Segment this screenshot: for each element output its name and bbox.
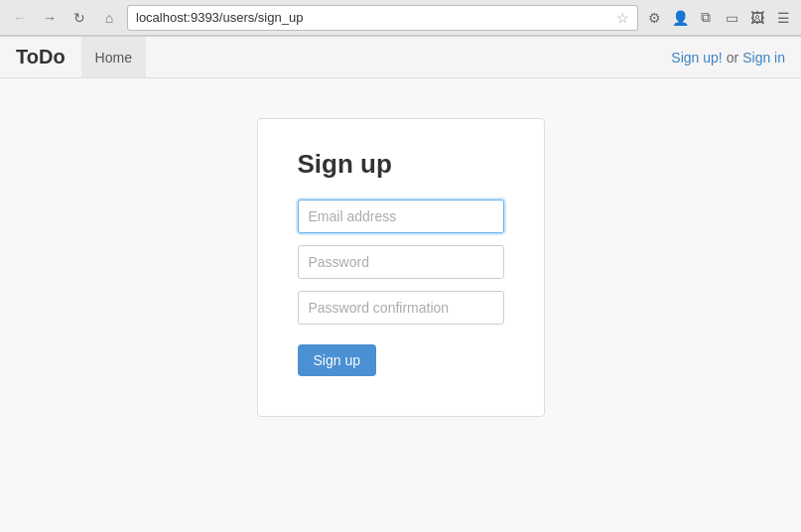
navbar-auth-links: Sign up! or Sign in	[655, 37, 801, 77]
monitor-icon[interactable]: 🖼	[747, 8, 767, 28]
navbar: ToDo Home Sign up! or Sign in	[0, 37, 801, 78]
forward-button[interactable]: →	[38, 6, 62, 30]
address-bar[interactable]	[136, 10, 610, 25]
email-field-group	[298, 200, 504, 233]
signup-submit-button[interactable]: Sign up	[298, 344, 376, 376]
password-input[interactable]	[298, 245, 504, 279]
email-input[interactable]	[298, 200, 504, 233]
back-button[interactable]: ←	[8, 6, 32, 30]
home-button[interactable]: ⌂	[97, 6, 121, 30]
password-confirm-field-group	[298, 291, 504, 325]
reload-button[interactable]: ↻	[67, 6, 91, 30]
password-confirmation-input[interactable]	[298, 291, 504, 325]
signup-title: Sign up	[298, 149, 504, 180]
browser-chrome: ← → ↻ ⌂ ☆ ⚙ 👤 ⧉ ▭ 🖼 ☰	[0, 0, 801, 37]
navbar-signup-link[interactable]: Sign up!	[671, 50, 722, 66]
navbar-home-link[interactable]: Home	[81, 37, 146, 77]
star-icon[interactable]: ☆	[616, 10, 629, 26]
person-icon[interactable]: 👤	[670, 8, 690, 28]
address-bar-container: ☆	[127, 5, 638, 31]
signup-card: Sign up Sign up	[257, 118, 545, 417]
navbar-or-separator: or	[727, 50, 738, 66]
page-content: Sign up Sign up	[0, 78, 801, 532]
toolbar-icons: ⚙ 👤 ⧉ ▭ 🖼 ☰	[644, 8, 793, 28]
browser-toolbar: ← → ↻ ⌂ ☆ ⚙ 👤 ⧉ ▭ 🖼 ☰	[0, 0, 801, 36]
settings-icon[interactable]: ⚙	[644, 8, 664, 28]
layers-icon[interactable]: ⧉	[696, 8, 716, 28]
navbar-spacer	[146, 37, 655, 77]
menu-icon[interactable]: ☰	[773, 8, 793, 28]
navbar-signin-link[interactable]: Sign in	[742, 50, 785, 66]
navbar-brand[interactable]: ToDo	[0, 37, 81, 77]
password-field-group	[298, 245, 504, 279]
cast-icon[interactable]: ▭	[722, 8, 741, 28]
